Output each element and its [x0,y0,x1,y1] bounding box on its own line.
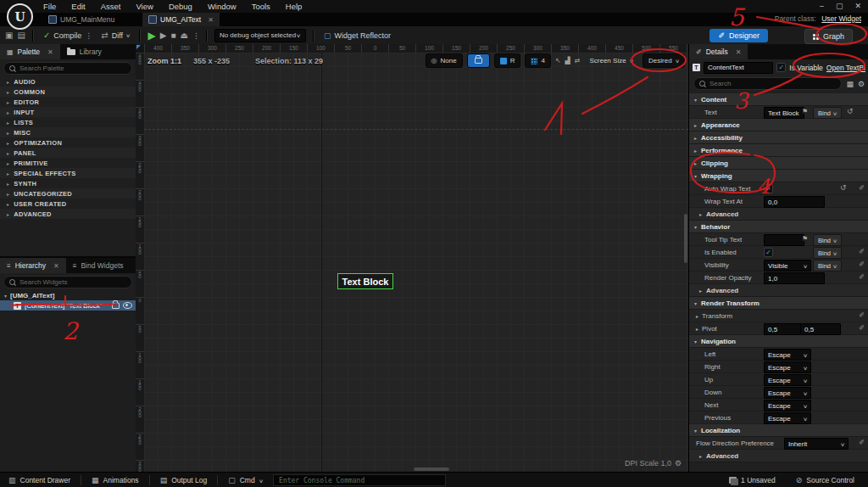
eject-icon[interactable]: ⏏ [180,31,187,40]
display-filter-icon[interactable]: ▦ [846,80,854,88]
designer-canvas[interactable]: Text Block Zoom 1:1 355 x -235 Selection… [144,53,688,472]
section-content[interactable]: ▾ Content [689,93,868,106]
navigation-rule-dropdown[interactable]: Escape ∨ [764,349,811,361]
lock-icon[interactable] [112,303,120,309]
widget-name-field[interactable]: ContentText [704,62,773,74]
maximize-icon[interactable]: ▢ [836,2,843,10]
details-search-input[interactable]: Search [693,77,842,90]
bind-button[interactable]: Bind ∨ [813,107,842,119]
horizontal-scrollbar[interactable] [414,467,449,471]
section-advanced[interactable]: ▸ Advanced [689,450,868,462]
localization-flag-icon[interactable]: ⚑ [802,235,808,243]
close-icon[interactable]: ✕ [53,262,59,270]
is-variable-checkbox[interactable]: ✓ [776,63,786,72]
palette-category-row[interactable]: ▸ MISC [0,127,136,137]
close-icon[interactable]: ✕ [736,48,742,56]
navigation-rule-dropdown[interactable]: Escape ∨ [764,374,811,386]
bind-button[interactable]: Bind ∨ [813,247,842,259]
palette-category-row[interactable]: ▸ SPECIAL EFFECTS [0,168,136,178]
widget-reflector-button[interactable]: ▢ Widget Reflector [321,31,393,40]
console-command-input[interactable]: Enter Console Command [273,474,446,486]
menu-debug[interactable]: Debug [161,1,200,12]
close-icon[interactable]: ✕ [854,2,861,10]
navigation-rule-dropdown[interactable]: Escape ∨ [764,412,811,424]
content-drawer-button[interactable]: ▥ Content Drawer [3,474,75,486]
reset-icon[interactable]: ↺ [847,107,854,115]
section-navigation[interactable]: ▾ Navigation [689,335,868,348]
compile-button[interactable]: ✓ Compile ⋮ [41,31,94,40]
menu-tools[interactable]: Tools [244,1,278,12]
tab-library[interactable]: Library [60,44,108,59]
stats-icon[interactable]: ▟ [565,57,570,64]
hierarchy-selected-row[interactable]: T [ContentText] "Text Block" [0,300,136,311]
tab-umg-mainmenu[interactable]: UMG_MainMenu [42,13,120,26]
section-accessibility[interactable]: ▸ Accessibility [689,132,868,144]
palette-category-row[interactable]: ▸ INPUT [0,107,136,117]
designer-mode-button[interactable]: ✐ Designer [709,29,768,42]
stop-icon[interactable]: ■ [170,31,175,40]
localization-preview-button[interactable]: R [494,53,521,68]
section-performance[interactable]: ▸ Performance [689,144,868,157]
palette-category-row[interactable]: ▸ SYNTH [0,178,136,188]
tab-bind-widgets[interactable]: ≡ Bind Widgets [66,258,131,273]
reset-icon[interactable]: ↺ [840,183,847,192]
pivot-x-field[interactable]: 0,5 [764,323,804,335]
animations-button[interactable]: ▦ Animations [86,474,144,486]
play-icon[interactable]: ▶ [147,30,155,42]
visibility-eye-icon[interactable] [123,302,132,309]
row-pivot[interactable]: ▸ Pivot 0,5 0,5 ✐ [689,322,868,335]
bind-button[interactable]: Bind ∨ [813,260,842,271]
palette-category-row[interactable]: ▸ LISTS [0,117,136,127]
compile-options-icon[interactable]: ⋮ [85,31,92,40]
graph-mode-button[interactable]: Graph [804,29,853,44]
open-textblock-link[interactable]: Open TextBl [826,64,865,72]
tab-palette[interactable]: ▦ Palette ✕ [0,44,60,59]
localization-flag-icon[interactable]: ⚑ [802,108,808,115]
section-behavior[interactable]: ▾ Behavior [689,221,868,233]
minimize-icon[interactable]: – [820,2,824,10]
bind-button[interactable]: Bind ∨ [813,234,842,246]
unsaved-button[interactable]: 1 Unsaved [724,474,781,486]
section-render-transform[interactable]: ▾ Render Transform [689,297,868,310]
pivot-y-field[interactable]: 0,5 [800,323,841,335]
render-opacity-field[interactable]: 1,0 [764,272,825,284]
menu-asset[interactable]: Asset [93,1,129,12]
palette-category-row[interactable]: ▸ PRIMITIVE [0,158,136,168]
source-control-button[interactable]: ⊘ Source Control [791,474,860,486]
flow-direction-dropdown[interactable]: Inherit ∨ [784,438,849,450]
is-enabled-checkbox[interactable]: ✓ [764,248,773,257]
section-appearance[interactable]: ▸ Appearance [689,119,868,132]
tooltip-text-field[interactable] [764,234,804,246]
output-log-button[interactable]: ▤ Output Log [155,474,213,486]
palette-category-row[interactable]: ▸ OPTIMIZATION [0,137,136,148]
palette-category-row[interactable]: ▸ USER CREATED [0,199,136,209]
close-icon[interactable]: ✕ [47,48,53,56]
visibility-dropdown[interactable]: Visible ∨ [764,260,811,271]
edit-condition-icon[interactable]: ✐ [859,184,865,192]
flip-icon[interactable]: ⇄ [575,57,581,64]
tab-details[interactable]: ✐ Details ✕ [689,44,748,59]
row-transform[interactable]: ▸ Transform ✐ [689,310,868,322]
cursor-tool-icon[interactable]: ↖ [555,57,561,64]
edit-condition-icon[interactable]: ✐ [859,311,865,319]
text-value-field[interactable]: Text Block [764,107,804,119]
tab-hierarchy[interactable]: ≡ Hierarchy ✕ [0,258,66,273]
auto-wrap-checkbox[interactable]: ✓ [764,184,773,193]
cmd-dropdown[interactable]: ▢ Cmd ∨ [223,474,268,486]
palette-category-row[interactable]: ▸ EDITOR [0,97,136,107]
edit-condition-icon[interactable]: ✐ [859,248,865,255]
fill-rule-dropdown[interactable]: Desired ∨ [643,53,685,68]
navigation-rule-dropdown[interactable]: Escape ∨ [764,400,811,411]
edit-condition-icon[interactable]: ✐ [859,260,865,268]
vertical-scrollbar[interactable] [684,214,687,263]
step-icon[interactable]: ▶ [160,31,167,40]
navigation-rule-dropdown[interactable]: Escape ∨ [764,361,811,373]
tab-close-icon[interactable]: ✕ [208,16,214,24]
section-wrapping-advanced[interactable]: ▸ Advanced [689,208,868,221]
play-options-icon[interactable]: ⋮ [192,31,199,40]
dpi-scale-control[interactable]: DPI Scale 1,0 ⚙ [625,459,682,467]
text-block-widget[interactable]: Text Block [337,273,393,289]
grid-snap-dropdown[interactable]: 4 [525,53,550,68]
palette-category-row[interactable]: ▸ UNCATEGORIZED [0,188,136,199]
palette-category-row[interactable]: ▸ ADVANCED [0,209,136,219]
